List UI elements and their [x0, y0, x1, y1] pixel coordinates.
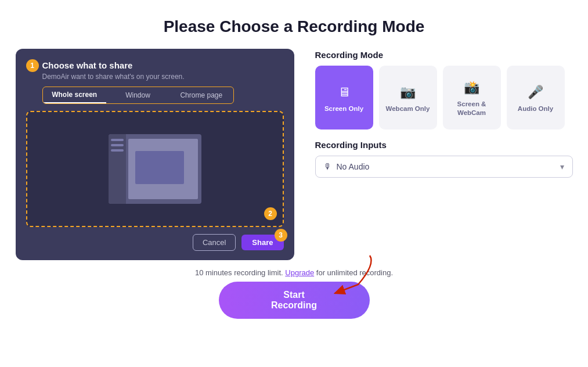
- recording-mode-label: Recording Mode: [315, 50, 573, 60]
- upgrade-info: 10 minutes recording limit. Upgrade for …: [195, 268, 393, 277]
- audio-dropdown[interactable]: 🎙 No Audio ▾: [315, 156, 573, 178]
- tab-chrome-page[interactable]: Chrome page: [169, 87, 233, 103]
- tab-window[interactable]: Window: [106, 87, 169, 103]
- badge-2: 2: [264, 207, 277, 220]
- mode-audio-only[interactable]: 🎤 Audio Only: [507, 66, 565, 129]
- start-recording-container: Start Recording: [219, 282, 370, 319]
- right-panel: Recording Mode 🖥 Screen Only 📷 Webcam On…: [315, 49, 573, 178]
- upgrade-suffix: for unlimited recording.: [316, 268, 393, 277]
- mode-screen-only[interactable]: 🖥 Screen Only: [315, 66, 373, 129]
- webcam-only-label: Webcam Only: [386, 105, 430, 113]
- sidebar-line: [111, 149, 124, 152]
- audio-only-icon: 🎤: [528, 85, 543, 100]
- recording-inputs-section: Recording Inputs 🎙 No Audio ▾: [315, 140, 573, 178]
- badge-1: 1: [26, 59, 39, 72]
- tab-whole-screen[interactable]: Whole screen: [43, 87, 106, 103]
- screen-sidebar: [109, 134, 126, 204]
- audio-dropdown-value: 🎙 No Audio: [324, 162, 370, 171]
- screen-main: [128, 139, 198, 199]
- limit-text: 10 minutes recording limit.: [195, 268, 283, 277]
- screen-only-icon: 🖥: [338, 85, 351, 100]
- no-audio-label: No Audio: [337, 162, 370, 171]
- mode-screen-webcam[interactable]: 📸 Screen & WebCam: [443, 66, 501, 129]
- mode-webcam-only[interactable]: 📷 Webcam Only: [379, 66, 437, 129]
- sidebar-line: [111, 139, 124, 141]
- upgrade-link[interactable]: Upgrade: [285, 268, 314, 277]
- recording-modes: 🖥 Screen Only 📷 Webcam Only 📸 Screen & W…: [315, 66, 573, 129]
- start-recording-button[interactable]: Start Recording: [219, 282, 370, 319]
- page-title: Please Choose a Recording Mode: [164, 17, 425, 36]
- screen-webcam-icon: 📸: [464, 80, 479, 95]
- screen-webcam-label: Screen & WebCam: [450, 100, 494, 117]
- browser-dialog: 1 Choose what to share DemoAir want to s…: [16, 49, 294, 260]
- recording-inputs-label: Recording Inputs: [315, 140, 573, 150]
- cancel-button[interactable]: Cancel: [193, 234, 236, 251]
- sidebar-line: [111, 144, 124, 146]
- screen-mockup: [109, 134, 201, 204]
- badge-3: 3: [275, 229, 287, 242]
- dialog-footer: Cancel Share 3: [26, 234, 284, 251]
- bottom-area: 10 minutes recording limit. Upgrade for …: [195, 268, 393, 319]
- webcam-only-icon: 📷: [400, 85, 416, 100]
- recording-mode-section: Recording Mode 🖥 Screen Only 📷 Webcam On…: [315, 50, 573, 129]
- dialog-tabs: Whole screen Window Chrome page: [42, 87, 234, 104]
- dialog-subtitle: DemoAir want to share what's on your scr…: [42, 73, 284, 81]
- chevron-down-icon: ▾: [560, 162, 564, 171]
- screen-only-label: Screen Only: [324, 105, 363, 113]
- screen-inner-block: [135, 151, 184, 184]
- audio-only-label: Audio Only: [518, 105, 553, 113]
- dialog-title: Choose what to share: [42, 60, 284, 70]
- microphone-icon: 🎙: [324, 162, 332, 171]
- preview-area: 2: [26, 111, 284, 227]
